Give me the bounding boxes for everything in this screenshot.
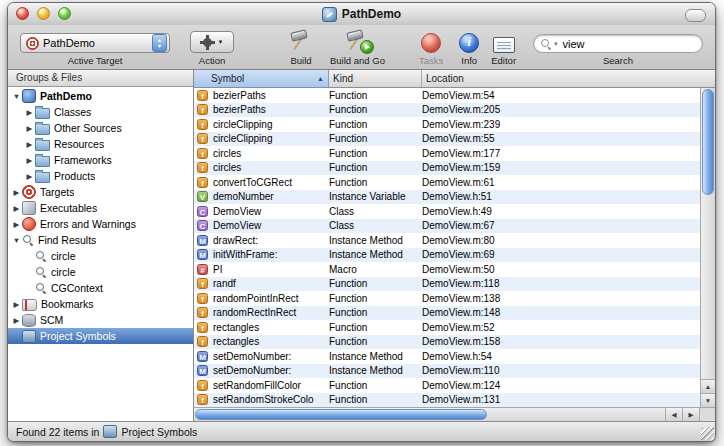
horizontal-scrollbar-thumb[interactable]: [195, 409, 487, 420]
sidebar-item-label: circle: [51, 266, 76, 278]
sidebar-item-frameworks[interactable]: ▶Frameworks: [8, 152, 193, 168]
vertical-scrollbar[interactable]: ▲ ▼: [700, 88, 715, 407]
folder-icon: [35, 156, 50, 167]
sidebar-item-pathdemo[interactable]: ▼PathDemo: [8, 88, 193, 104]
scroll-left-button[interactable]: ◀: [665, 408, 682, 421]
table-row[interactable]: fcircleClippingFunctionDemoView.m:239: [194, 117, 700, 132]
table-row[interactable]: MinitWithFrame:Instance MethodDemoView.m…: [194, 248, 700, 263]
sidebar-item-find-results[interactable]: ▼Find Results: [8, 232, 193, 248]
table-row[interactable]: MsetDemoNumber:Instance MethodDemoView.h…: [194, 349, 700, 364]
go-arrow-icon: [360, 40, 374, 54]
horizontal-scrollbar[interactable]: ◀ ▶: [194, 407, 715, 421]
sidebar-item-project-symbols[interactable]: Project Symbols: [8, 328, 193, 344]
sidebar-item-circle[interactable]: circle: [8, 248, 193, 264]
scroll-down-button[interactable]: ▼: [701, 393, 715, 407]
sidebar-item-resources[interactable]: ▶Resources: [8, 136, 193, 152]
resize-grip[interactable]: [701, 427, 714, 440]
action-menu-button[interactable]: ▼: [190, 31, 234, 53]
sidebar-item-errors-and-warnings[interactable]: ▶Errors and Warnings: [8, 216, 193, 232]
project-icon: [22, 89, 36, 103]
symbol-kind-icon: f: [197, 104, 208, 115]
tasks-button[interactable]: Tasks: [419, 33, 443, 66]
symbol-kind-icon: f: [197, 133, 208, 144]
scroll-up-button[interactable]: ▲: [701, 379, 715, 393]
symbol-symbol: randomRectInRect: [213, 307, 329, 318]
editor-button[interactable]: Editor: [491, 37, 516, 66]
disclosure-triangle[interactable]: ▶: [24, 108, 35, 117]
table-row[interactable]: fsetRandomStrokeColoFunctionDemoView.m:1…: [194, 393, 700, 408]
symbol-kind: Instance Method: [329, 235, 422, 246]
sidebar-item-other-sources[interactable]: ▶Other Sources: [8, 120, 193, 136]
table-row[interactable]: frectanglesFunctionDemoView.m:158: [194, 335, 700, 350]
symbol-kind: Instance Method: [329, 249, 422, 260]
symbol-kind: Function: [329, 307, 422, 318]
info-button[interactable]: Info: [459, 33, 479, 66]
table-row[interactable]: fcircleClippingFunctionDemoView.m:55: [194, 132, 700, 147]
symbol-location: DemoView.m:148: [422, 307, 700, 318]
search-menu-chevron-icon[interactable]: ▾: [554, 40, 558, 48]
active-target-popup[interactable]: PathDemo: [20, 33, 170, 53]
target-icon: [22, 185, 36, 199]
symbol-kind: Class: [329, 220, 422, 231]
sidebar-item-label: Frameworks: [54, 154, 112, 166]
sidebar-item-targets[interactable]: ▶Targets: [8, 184, 193, 200]
disclosure-triangle[interactable]: ▶: [24, 172, 35, 181]
table-row[interactable]: MsetDemoNumber:Instance MethodDemoView.m…: [194, 364, 700, 379]
column-header-symbol[interactable]: Symbol▲: [194, 70, 329, 87]
search-input[interactable]: ▾ view: [533, 34, 703, 53]
sidebar-item-scm[interactable]: ▶SCM: [8, 312, 193, 328]
build-button[interactable]: Build: [288, 29, 314, 66]
table-row[interactable]: frandomRectInRectFunctionDemoView.m:148: [194, 306, 700, 321]
disclosure-triangle[interactable]: ▶: [11, 220, 22, 229]
vertical-scrollbar-thumb[interactable]: [702, 89, 714, 195]
disclosure-triangle[interactable]: ▶: [11, 300, 22, 309]
symbol-kind-icon: C: [197, 206, 208, 217]
table-row[interactable]: CDemoViewClassDemoView.m:67: [194, 219, 700, 234]
disclosure-triangle[interactable]: ▶: [11, 188, 22, 197]
disclosure-triangle[interactable]: ▶: [24, 140, 35, 149]
table-row[interactable]: fcirclesFunctionDemoView.m:159: [194, 161, 700, 176]
table-row[interactable]: fcirclesFunctionDemoView.m:177: [194, 146, 700, 161]
disclosure-triangle[interactable]: ▶: [24, 124, 35, 133]
disclosure-triangle[interactable]: ▼: [11, 236, 22, 245]
disclosure-triangle[interactable]: ▶: [11, 204, 22, 213]
symbol-kind-icon: M: [197, 249, 208, 260]
table-row[interactable]: fbezierPathsFunctionDemoView.m:54: [194, 88, 700, 103]
symbol-symbol: DemoView: [213, 206, 329, 217]
scroll-right-button[interactable]: ▶: [682, 408, 699, 421]
sidebar-item-products[interactable]: ▶Products: [8, 168, 193, 184]
table-row[interactable]: VdemoNumberInstance VariableDemoView.h:5…: [194, 190, 700, 205]
search-caption: Search: [603, 55, 633, 66]
sidebar-item-executables[interactable]: ▶Executables: [8, 200, 193, 216]
sidebar-item-circle[interactable]: circle: [8, 264, 193, 280]
symbol-kind-icon: f: [197, 90, 208, 101]
table-row[interactable]: frectanglesFunctionDemoView.m:52: [194, 320, 700, 335]
sidebar-item-classes[interactable]: ▶Classes: [8, 104, 193, 120]
sidebar-item-bookmarks[interactable]: ▶Bookmarks: [8, 296, 193, 312]
table-row[interactable]: CDemoViewClassDemoView.h:49: [194, 204, 700, 219]
horizontal-scroll-track[interactable]: [194, 408, 665, 421]
table-row[interactable]: frandfFunctionDemoView.m:118: [194, 277, 700, 292]
symbol-symbol: setRandomStrokeColo: [213, 394, 329, 405]
table-row[interactable]: MdrawRect:Instance MethodDemoView.m:80: [194, 233, 700, 248]
disclosure-triangle[interactable]: ▶: [24, 156, 35, 165]
column-header-location[interactable]: Location: [422, 70, 715, 87]
table-row[interactable]: frandomPointInRectFunctionDemoView.m:138: [194, 291, 700, 306]
symbol-location: DemoView.m:159: [422, 162, 700, 173]
table-row[interactable]: fconvertToCGRectFunctionDemoView.m:61: [194, 175, 700, 190]
table-header: Symbol▲KindLocation: [194, 70, 715, 88]
column-header-kind[interactable]: Kind: [329, 70, 422, 87]
sidebar-item-label: Products: [54, 170, 95, 182]
titlebar[interactable]: PathDemo: [8, 3, 715, 25]
popup-arrows-icon: [152, 34, 167, 52]
symbol-table-body: fbezierPathsFunctionDemoView.m:54fbezier…: [194, 88, 700, 407]
sidebar-item-cgcontext[interactable]: CGContext: [8, 280, 193, 296]
sidebar-item-label: Classes: [54, 106, 91, 118]
table-row[interactable]: fsetRandomFillColorFunctionDemoView.m:12…: [194, 378, 700, 393]
build-and-go-button[interactable]: Build and Go: [330, 29, 385, 66]
toolbar-toggle-button[interactable]: [685, 9, 706, 22]
disclosure-triangle[interactable]: ▶: [11, 316, 22, 325]
disclosure-triangle[interactable]: ▼: [11, 92, 22, 101]
table-row[interactable]: fbezierPathsFunctionDemoView.m:205: [194, 103, 700, 118]
table-row[interactable]: #PIMacroDemoView.m:50: [194, 262, 700, 277]
